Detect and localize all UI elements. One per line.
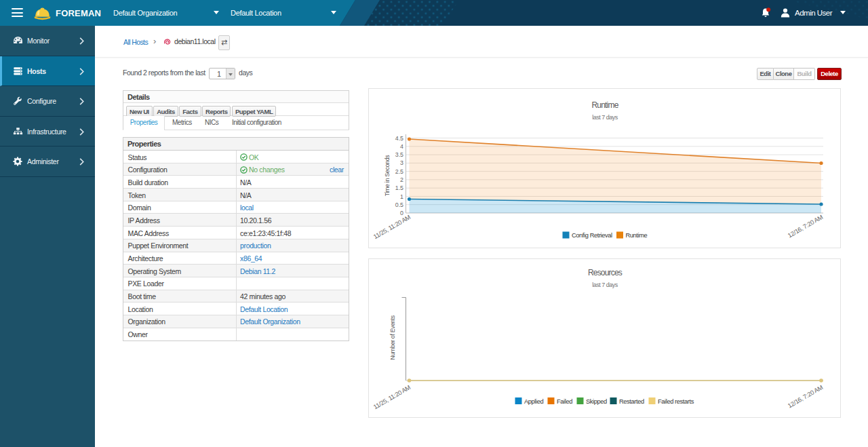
svg-text:Applied: Applied xyxy=(524,398,543,405)
svg-text:2: 2 xyxy=(400,176,403,183)
svg-text:Failed: Failed xyxy=(557,398,572,405)
svg-text:4.5: 4.5 xyxy=(395,135,403,142)
svg-text:1.5: 1.5 xyxy=(395,184,403,191)
svg-text:Skipped: Skipped xyxy=(586,398,607,405)
svg-text:Resources: Resources xyxy=(588,268,623,277)
svg-text:Restarted: Restarted xyxy=(619,398,644,405)
svg-text:Time in Seconds: Time in Seconds xyxy=(384,155,391,197)
svg-text:0.5: 0.5 xyxy=(395,201,403,208)
svg-text:Number of Events: Number of Events xyxy=(389,315,396,360)
svg-text:2.5: 2.5 xyxy=(395,168,403,175)
svg-text:Runtime: Runtime xyxy=(591,100,618,110)
svg-text:0: 0 xyxy=(400,210,403,216)
svg-text:3: 3 xyxy=(400,159,403,166)
svg-text:11/25, 11:20 AM: 11/25, 11:20 AM xyxy=(372,214,412,240)
svg-text:4: 4 xyxy=(400,143,403,150)
svg-text:1: 1 xyxy=(400,193,403,200)
svg-text:Failed restarts: Failed restarts xyxy=(658,398,694,405)
svg-text:12/16, 7:20 AM: 12/16, 7:20 AM xyxy=(787,214,824,239)
svg-text:last 7 days: last 7 days xyxy=(592,114,618,121)
svg-text:last 7 days: last 7 days xyxy=(592,281,618,288)
svg-text:3.5: 3.5 xyxy=(395,151,403,158)
svg-text:12/16, 7:20 AM: 12/16, 7:20 AM xyxy=(787,384,824,409)
svg-text:11/25, 11:20 AM: 11/25, 11:20 AM xyxy=(372,384,412,410)
svg-text:Config Retrieval: Config Retrieval xyxy=(572,232,612,239)
svg-text:Runtime: Runtime xyxy=(626,232,648,239)
